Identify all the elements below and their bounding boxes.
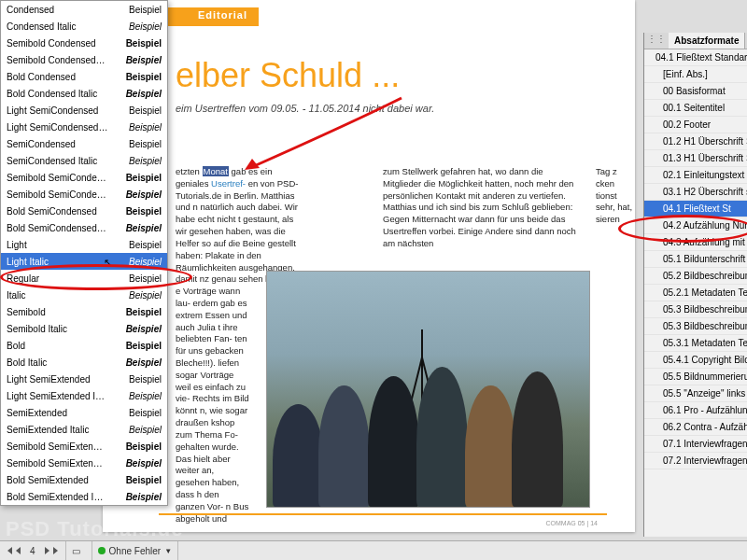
font-style-option[interactable]: Bold SemiExtended I…Beispiel [1,488,167,505]
paragraph-style-item[interactable]: 01.2 H1 Überschrift S [644,133,747,150]
section-tag: Editorial [159,7,259,26]
paragraph-style-item[interactable]: 05.3.1 Metadaten Tex [644,335,747,352]
font-style-option[interactable]: SemiExtendedBeispiel [1,404,167,421]
font-style-preview: Beispiel [126,189,162,200]
paragraph-style-item[interactable]: 05.3 Bildbeschreibun [644,318,747,335]
font-style-option[interactable]: Bold ItalicBeispiel [1,354,167,371]
paragraph-style-item[interactable]: 01.3 H1 Überschrift S [644,150,747,167]
paragraph-style-item[interactable]: 00.1 Seitentitel [644,100,747,117]
link-usertreffen[interactable]: Usertref- [211,178,246,189]
font-style-option[interactable]: Semibold SemiConde…Beispiel [1,169,167,186]
font-style-name: Bold [7,341,25,351]
font-style-option[interactable]: BoldBeispiel [1,337,167,354]
font-style-dropdown[interactable]: CondensedBeispielCondensed ItalicBeispie… [0,0,168,506]
font-style-option[interactable]: Semibold SemiExten…Beispiel [1,455,167,471]
font-style-option[interactable]: SemiExtended ItalicBeispiel [1,421,167,438]
paragraph-style-item[interactable]: 06.1 Pro - Aufzählun [644,402,747,419]
paragraph-style-item[interactable]: 05.1 Bildunterschrift [644,251,747,268]
font-style-option[interactable]: SemiCondensedBeispiel [1,135,167,152]
font-style-option[interactable]: SemiboldBeispiel [1,303,167,320]
paragraph-styles-list[interactable]: 04.1 Fließtext Standard[Einf. Abs.]00 Ba… [644,49,747,516]
paragraph-style-item[interactable]: 04.2 Aufzählung Nur [644,217,747,234]
last-page-icon[interactable] [53,547,58,554]
font-style-option[interactable]: Condensed ItalicBeispiel [1,18,167,35]
font-style-option[interactable]: Light SemiExtendedBeispiel [1,371,167,387]
font-style-name: Bold Italic [7,357,47,368]
paragraph-style-item[interactable]: 07.2 Interviewfragen [644,453,747,469]
font-style-option[interactable]: Bold CondensedBeispiel [1,68,167,85]
font-style-option[interactable]: Light SemiCondensed…Beispiel [1,119,167,135]
paragraph-styles-panel[interactable]: ⋮⋮ Absatzformate Zeic 04.1 Fließtext Sta… [643,33,747,537]
paragraph-style-item[interactable]: [Einf. Abs.] [644,66,747,83]
paragraph-style-item[interactable]: 00 Basisformat [644,83,747,100]
font-style-preview: Beispiel [129,257,162,267]
paragraph-style-item[interactable]: 05.2.1 Metadaten Tex [644,285,747,301]
paragraph-style-item[interactable]: 04.3 Aufzählung mit [644,234,747,251]
panel-tabs: ⋮⋮ Absatzformate Zeic [644,33,747,49]
col1-wrap-text: e Vorträge wann lau- erdem gab es extrem… [176,286,250,525]
text-column-3[interactable]: Tag z cken tionst sehr, hat, sieren [596,166,633,226]
font-style-option[interactable]: ItalicBeispiel [1,287,167,303]
status-bar: 4 ▭ Ohne Fehler ▼ [0,540,747,560]
font-style-option[interactable]: Light SemiExtended I…Beispiel [1,387,167,404]
font-style-name: SemiExtended Italic [7,425,89,435]
font-style-option[interactable]: RegularBeispiel [1,270,167,287]
font-style-option[interactable]: Bold SemiCondensed…Beispiel [1,219,167,236]
font-style-option[interactable]: Semibold SemiExten…Beispiel [1,438,167,455]
chevron-down-icon[interactable]: ▼ [164,547,172,555]
paragraph-style-item[interactable]: 05.5 "Anzeige" links [644,385,747,402]
paragraph-style-item[interactable]: 07.1 Interviewfragen [644,436,747,453]
font-style-name: Bold Condensed Italic [7,89,97,99]
font-style-option[interactable]: Light ItalicBeispiel↖ [1,253,167,270]
paragraph-style-item[interactable]: 05.4.1 Copyright Bild [644,352,747,369]
panel-grip-icon[interactable]: ⋮⋮ [644,33,669,49]
text-column-2[interactable]: zum Stellwerk gefahren hat, wo dann die … [383,166,584,250]
font-style-option[interactable]: Bold Condensed ItalicBeispiel [1,85,167,102]
font-style-name: Italic [7,290,26,301]
font-style-option[interactable]: Bold SemiCondensedBeispiel [1,203,167,219]
article-photo[interactable] [266,271,590,508]
font-style-name: SemiExtended [7,408,67,418]
font-style-name: Condensed Italic [7,21,77,32]
prev-page-icon[interactable] [16,547,21,554]
subhead[interactable]: eim Usertreffen vom 09.05. - 11.05.2014 … [176,103,434,114]
paragraph-style-item[interactable]: 05.3 Bildbeschreibun [644,301,747,318]
font-style-preview: Beispiel [126,475,162,485]
selected-word[interactable]: Monat [203,166,229,176]
paragraph-style-item[interactable]: 00.2 Footer [644,117,747,133]
paragraph-style-item[interactable]: 05.5 Bildnummerieru [644,369,747,385]
font-style-preview: Beispiel [129,105,162,116]
font-style-name: Semibold SemiExten… [7,458,103,469]
font-style-option[interactable]: Semibold SemiConde…Beispiel [1,186,167,203]
page-number-field[interactable]: 4 [22,546,43,556]
tab-absatzformate[interactable]: Absatzformate [669,33,745,49]
paragraph-style-item[interactable]: 03.1 H2 Überschrift s [644,184,747,201]
paragraph-style-item[interactable]: 05.2 Bildbeschreibun [644,268,747,285]
next-page-icon[interactable] [45,547,49,554]
font-style-option[interactable]: Semibold Condensed…Beispiel [1,51,167,68]
preflight-status[interactable]: Ohne Fehler [109,546,162,556]
font-style-preview: Beispiel [129,21,162,32]
font-style-name: Semibold [7,307,46,317]
open-icon[interactable]: ▭ [72,546,80,556]
paragraph-style-item[interactable]: 02.1 Einleitungstext [644,167,747,184]
headline[interactable]: elber Schuld ... [176,56,400,95]
font-style-preview: Beispiel [126,458,162,469]
font-style-option[interactable]: Semibold ItalicBeispiel [1,320,167,337]
font-style-name: Bold SemiCondensed… [7,223,106,233]
font-style-option[interactable]: CondensedBeispiel [1,1,167,18]
font-style-name: Semibold Condensed… [7,55,106,65]
font-style-option[interactable]: SemiCondensed ItalicBeispiel [1,152,167,169]
font-style-name: Light SemiCondensed… [7,122,107,133]
paragraph-style-item[interactable]: 04.1 Fließtext St [644,201,747,217]
first-page-icon[interactable] [7,547,12,554]
paragraph-style-item[interactable]: 04.1 Fließtext Standard [644,49,747,66]
status-dot-icon [98,547,106,554]
font-style-option[interactable]: Bold SemiExtendedBeispiel [1,471,167,488]
document-page[interactable]: Editorial elber Schuld ... eim Usertreff… [103,0,635,532]
font-style-name: Condensed [7,5,54,15]
font-style-option[interactable]: LightBeispiel [1,236,167,253]
font-style-option[interactable]: Light SemiCondensedBeispiel [1,102,167,119]
paragraph-style-item[interactable]: 06.2 Contra - Aufzäh [644,419,747,436]
font-style-option[interactable]: Semibold CondensedBeispiel [1,35,167,51]
